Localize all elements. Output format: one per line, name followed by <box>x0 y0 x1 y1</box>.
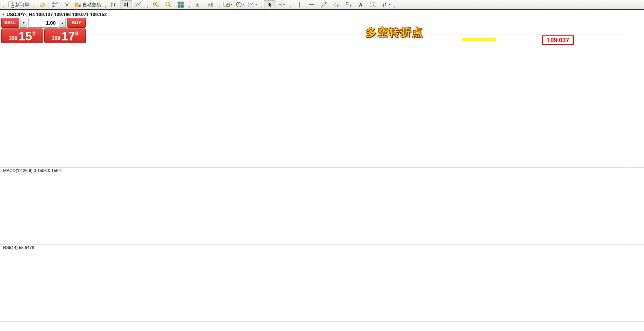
main-chart-canvas[interactable] <box>0 11 626 166</box>
alerts-signal-icon <box>64 1 70 8</box>
toolbar-gripper <box>218 1 220 8</box>
macd-panel-splitter[interactable] <box>0 166 644 167</box>
mt4-terminal: 新订单自动交易▾▾▾EFAT▾ ▲ USDJPY-, H4 109.137 10… <box>0 0 644 331</box>
periods-button[interactable]: ▾ <box>234 0 246 9</box>
fibonacci-icon: F <box>345 1 352 8</box>
chart-shift-button[interactable] <box>205 0 216 9</box>
rsi-panel-splitter[interactable] <box>0 243 644 244</box>
svg-text:T: T <box>372 3 374 7</box>
new-order-icon <box>8 1 15 8</box>
cursor-icon <box>266 1 273 8</box>
price-level-label-box[interactable]: 109.037 <box>542 35 574 45</box>
alerts-signal-button[interactable] <box>61 0 73 9</box>
sell-price-big: 15 <box>19 32 32 42</box>
crosshair-button[interactable] <box>276 0 288 9</box>
text-icon: A <box>357 1 364 8</box>
auto-scroll-button[interactable] <box>192 0 204 9</box>
buy-button[interactable]: BUY <box>67 18 86 28</box>
arrows-dropdown-icon[interactable]: ▾ <box>389 3 390 6</box>
main-toolbar: 新订单自动交易▾▾▾EFAT▾ <box>0 0 644 10</box>
tile-windows-button[interactable] <box>175 0 186 9</box>
one-click-trading-panel: SELL ▼ ▲ BUY 109 15 2 109 17 0 <box>1 18 86 43</box>
volume-increase-button[interactable]: ▲ <box>59 18 66 28</box>
auto-scroll-icon <box>195 1 201 8</box>
fibonacci-button[interactable]: F <box>343 0 354 9</box>
candlestick-chart-button[interactable] <box>121 0 132 9</box>
toolbar-gripper <box>146 1 149 8</box>
sell-price-sup: 2 <box>32 30 35 37</box>
volume-decrease-button[interactable]: ▼ <box>20 18 27 28</box>
text-label-button[interactable]: T <box>367 0 379 9</box>
chart-profile-button[interactable] <box>49 0 60 9</box>
periods-icon <box>235 1 242 8</box>
eraser-button[interactable] <box>37 0 48 9</box>
chart-title: USDJPY-, H4 109.137 109.196 109.071 109.… <box>7 12 107 17</box>
sell-price-small: 109 <box>8 35 17 41</box>
toolbar-gripper <box>393 1 396 8</box>
auto-trading-button[interactable]: 自动交易 <box>74 0 102 9</box>
trend-line-button[interactable] <box>318 0 330 9</box>
volume-input[interactable] <box>28 18 58 28</box>
highlight-rectangle-object[interactable] <box>462 38 496 41</box>
chart-window-menu-icon[interactable]: ▲ <box>2 12 5 16</box>
indicators-button[interactable]: ▾ <box>222 0 233 9</box>
rsi-panel-canvas[interactable] <box>0 244 626 321</box>
macd-indicator-label: MACD(12,26,9) 0.1506 0.1564 <box>3 168 61 173</box>
tile-windows-icon <box>177 1 184 8</box>
arrows-button[interactable]: ▾ <box>380 0 391 9</box>
indicators-dropdown-icon[interactable]: ▾ <box>231 3 232 6</box>
rsi-indicator-label: RSI(14) 55.9476 <box>3 245 34 250</box>
line-chart-icon <box>135 1 142 8</box>
equidistant-channel-button[interactable]: E <box>330 0 342 9</box>
svg-text:F: F <box>350 5 352 8</box>
toolbar-gripper <box>32 1 35 8</box>
zoom-out-icon <box>165 1 172 8</box>
toolbar-button-group: 新订单自动交易▾▾▾EFAT▾ <box>1 0 397 9</box>
svg-text:E: E <box>337 5 339 8</box>
toolbar-gripper <box>188 1 191 8</box>
chart-profile-icon <box>51 1 58 8</box>
eraser-icon <box>39 1 46 8</box>
buy-price-sup: 0 <box>75 30 79 37</box>
text-label-icon: T <box>370 1 377 8</box>
current-price-line <box>0 35 626 35</box>
zoom-in-button[interactable] <box>150 0 162 9</box>
buy-price-box[interactable]: 109 17 0 <box>44 28 86 43</box>
arrows-icon <box>381 1 388 8</box>
zoom-in-icon <box>153 1 159 8</box>
indicators-icon <box>223 1 230 8</box>
cursor-button[interactable] <box>264 0 275 9</box>
templates-dropdown-icon[interactable]: ▾ <box>255 3 257 6</box>
chart-shift-icon <box>207 1 214 8</box>
svg-text:A: A <box>359 2 362 8</box>
new-order-label: 新订单 <box>15 2 30 8</box>
sell-price-box[interactable]: 109 15 2 <box>1 28 43 43</box>
chart-text-annotation[interactable]: 多空转折点 <box>366 25 424 39</box>
time-axis-line <box>0 321 644 321</box>
zoom-out-button[interactable] <box>163 0 174 9</box>
bar-chart-button[interactable] <box>108 0 120 9</box>
vertical-line-icon <box>296 1 303 8</box>
vertical-line-button[interactable] <box>293 0 305 9</box>
buy-price-small: 109 <box>52 35 60 41</box>
periods-dropdown-icon[interactable]: ▾ <box>243 3 245 6</box>
toolbar-gripper <box>260 1 262 8</box>
text-button[interactable]: A <box>355 0 367 9</box>
auto-trading-label: 自动交易 <box>82 2 101 8</box>
macd-panel-canvas[interactable] <box>0 167 626 243</box>
horizontal-line-icon <box>308 1 315 8</box>
toolbar-gripper <box>289 1 292 8</box>
templates-icon <box>248 1 255 8</box>
toolbar-gripper <box>104 1 107 8</box>
horizontal-line-button[interactable] <box>306 0 317 9</box>
crosshair-icon <box>278 1 285 8</box>
sell-button[interactable]: SELL <box>1 18 19 28</box>
bar-chart-icon <box>111 1 117 8</box>
line-chart-button[interactable] <box>133 0 144 9</box>
trend-line-icon <box>320 1 327 8</box>
templates-button[interactable]: ▾ <box>247 0 258 9</box>
buy-price-big: 17 <box>62 32 75 42</box>
toolbar-gripper <box>2 1 5 8</box>
equidistant-channel-icon: E <box>333 1 340 8</box>
new-order-button[interactable]: 新订单 <box>7 0 31 9</box>
